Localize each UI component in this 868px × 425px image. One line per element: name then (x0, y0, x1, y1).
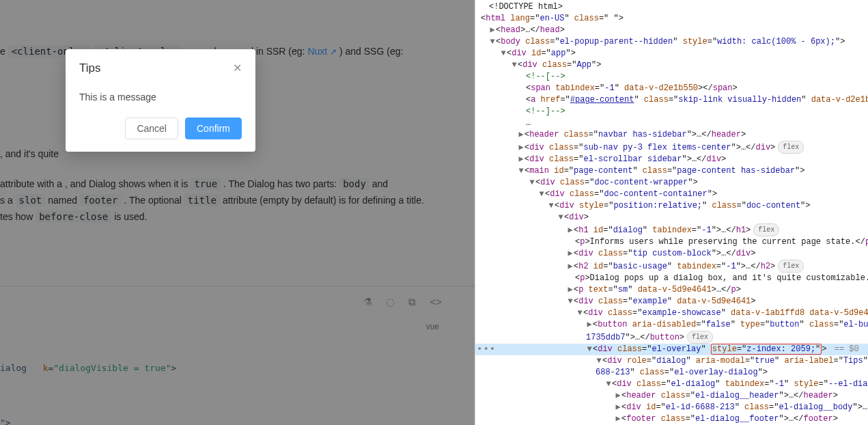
disclosure-arrow-icon[interactable]: ▶ (567, 284, 574, 296)
disclosure-arrow-icon[interactable]: ▼ (511, 59, 518, 71)
dialog-header: Tips ✕ (66, 49, 255, 78)
disclosure-arrow-icon[interactable]: ▼ (567, 296, 574, 307)
dom-node[interactable]: … (475, 118, 868, 129)
dialog-body: This is a message (66, 78, 255, 109)
disclosure-arrow-icon[interactable]: ▼ (489, 36, 496, 48)
dom-node[interactable]: ▶<div class="el-scrollbar sidebar">…</di… (475, 154, 868, 165)
dom-node[interactable]: ▼<div class="example" data-v-5d9e4641> (475, 296, 868, 307)
disclosure-arrow-icon[interactable]: ▶ (518, 154, 524, 165)
dom-comment[interactable]: <!--[--> (475, 71, 868, 83)
dom-node[interactable]: ▼<div class="el-dialog" tabindex="-1" st… (475, 379, 868, 390)
disclosure-arrow-icon[interactable]: ▶ (567, 261, 574, 273)
dom-node[interactable]: ▼<div id="app"> (475, 48, 868, 59)
dom-node[interactable]: <p>Informs users while preserving the cu… (475, 236, 868, 248)
dom-node[interactable]: <p>Dialog pops up a dialog box, and it's… (475, 273, 868, 284)
disclosure-arrow-icon[interactable]: ▼ (518, 165, 524, 177)
dom-node[interactable]: ▼<div class="example-showcase" data-v-1a… (475, 307, 868, 319)
disclosure-arrow-icon[interactable]: ▶ (615, 413, 621, 425)
documentation-viewport: e <client-only> </client-only> wrap when… (0, 0, 475, 425)
disclosure-arrow-icon[interactable]: ▼ (538, 189, 545, 200)
disclosure-arrow-icon[interactable]: ▼ (548, 200, 555, 212)
disclosure-arrow-icon[interactable]: ▶ (615, 402, 621, 413)
dom-node[interactable]: ▶<p text="sm" data-v-5d9e4641>…</p> (475, 284, 868, 296)
disclosure-arrow-icon[interactable]: ▼ (529, 177, 535, 189)
dom-tree[interactable]: <!DOCTYPE html> <html lang="en-US" class… (475, 0, 868, 425)
dom-node[interactable]: ▶<h2 id="basic-usage" tabindex="-1">…</h… (475, 260, 868, 273)
dom-node[interactable]: ▼<div class="doc-content-container"> (475, 189, 868, 200)
confirm-button[interactable]: Confirm (185, 118, 242, 139)
dom-node[interactable]: <html lang="en-US" class=" "> (475, 13, 868, 25)
selected-indicator: == $0 (830, 344, 859, 354)
dom-node[interactable]: ▼<div class="doc-content-wrapper"> (475, 177, 868, 189)
dom-node[interactable]: ▼<main id="page-content" class="page-con… (475, 165, 868, 177)
disclosure-arrow-icon[interactable]: ▶ (567, 248, 574, 260)
highlighted-style-attr: style="z-index: 2059;" (711, 344, 822, 355)
dom-node[interactable]: ▶<div id="el-id-6688-213" class="el-dial… (475, 402, 868, 413)
dom-node[interactable]: ▶<button aria-disabled="false" type="but… (475, 319, 868, 331)
disclosure-arrow-icon[interactable]: ▼ (500, 48, 507, 59)
disclosure-arrow-icon[interactable]: ▶ (518, 142, 524, 154)
dom-node[interactable]: ▼<div class="App"> (475, 59, 868, 71)
dom-comment[interactable]: <!--]--> (475, 106, 868, 118)
dom-node[interactable]: ▶<h1 id="dialog" tabindex="-1">…</h1>fle… (475, 223, 868, 236)
dom-node[interactable]: 1735ddb7">…</button>flex (475, 331, 868, 344)
dom-node[interactable]: ▶<footer class="el-dialog__footer">…</fo… (475, 413, 868, 425)
flex-badge[interactable]: flex (687, 331, 713, 344)
disclosure-arrow-icon[interactable]: ▶ (615, 390, 621, 402)
flex-badge[interactable]: flex (778, 260, 804, 273)
disclosure-arrow-icon[interactable]: ▶ (586, 319, 593, 331)
disclosure-arrow-icon[interactable]: ▶ (489, 25, 496, 36)
dom-node[interactable]: ▼<body class="el-popup-parent--hidden" s… (475, 36, 868, 48)
dom-node[interactable]: ▶<header class="navbar has-sidebar">…</h… (475, 129, 868, 141)
dialog: Tips ✕ This is a message Cancel Confirm (66, 49, 255, 152)
dom-node[interactable]: ▼<div role="dialog" aria-modal="true" ar… (475, 355, 868, 367)
flex-badge[interactable]: flex (753, 223, 779, 236)
dialog-title: Tips (79, 61, 101, 75)
dom-node[interactable]: ▶<head>…</head> (475, 25, 868, 36)
dom-node[interactable]: <a href="#page-content" class="skip-link… (475, 94, 868, 106)
dom-node[interactable]: ▶<div class="tip custom-block">…</div> (475, 248, 868, 260)
devtools-elements-panel[interactable]: <!DOCTYPE html> <html lang="en-US" class… (475, 0, 868, 425)
close-icon[interactable]: ✕ (233, 63, 242, 74)
dom-node[interactable]: ▶<div class="sub-nav py-3 flex items-cen… (475, 141, 868, 154)
dom-node[interactable]: 688-213" class="el-overlay-dialog"> (475, 367, 868, 379)
disclosure-arrow-icon[interactable]: ▼ (586, 344, 593, 355)
dom-node[interactable]: ▼<div style="position:relative;" class="… (475, 200, 868, 212)
flex-badge[interactable]: flex (778, 141, 804, 154)
disclosure-arrow-icon[interactable]: ▼ (596, 355, 602, 367)
dom-node[interactable]: ▼<div> (475, 212, 868, 223)
overflow-dots-icon[interactable]: ••• (477, 344, 496, 355)
dom-node[interactable]: ▶<header class="el-dialog__header">…</he… (475, 390, 868, 402)
disclosure-arrow-icon[interactable]: ▼ (576, 307, 583, 319)
dom-node-selected[interactable]: ••• ▼<div class="el-overlay" style="z-in… (475, 344, 868, 355)
cancel-button[interactable]: Cancel (125, 118, 178, 139)
disclosure-arrow-icon[interactable]: ▼ (605, 379, 612, 390)
disclosure-arrow-icon[interactable]: ▼ (557, 212, 564, 223)
disclosure-arrow-icon[interactable]: ▶ (518, 129, 524, 141)
disclosure-arrow-icon[interactable]: ▶ (567, 225, 574, 236)
dom-node[interactable]: <span tabindex="-1" data-v-d2e1b550></sp… (475, 83, 868, 94)
dialog-footer: Cancel Confirm (66, 109, 255, 152)
dom-node[interactable]: <!DOCTYPE html> (475, 1, 868, 13)
